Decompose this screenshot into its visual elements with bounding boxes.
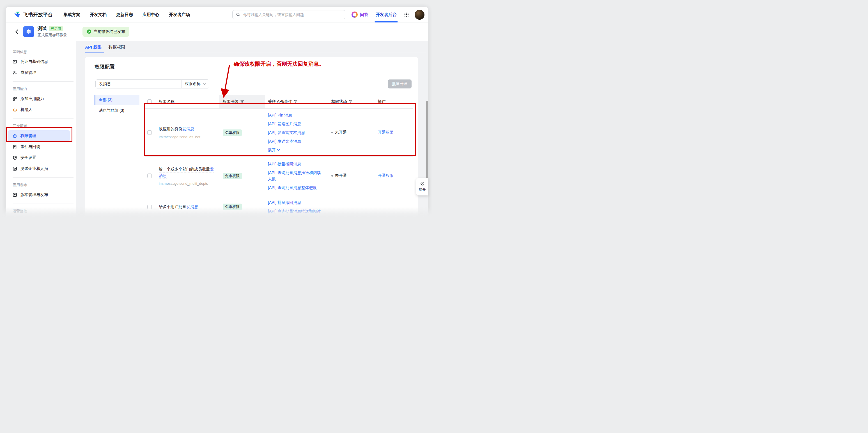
sidebar-item-credentials[interactable]: 凭证与基础信息 <box>8 56 70 67</box>
permission-search-group: 权限名称 <box>95 80 209 88</box>
permission-bag-icon <box>12 134 17 138</box>
page-body: 基础信息 凭证与基础信息 <box>6 41 428 216</box>
filter-funnel-icon[interactable] <box>294 100 298 103</box>
nav-developer-console-active[interactable]: 开发者后台 <box>376 7 397 23</box>
sidebar-divider <box>6 78 76 85</box>
brand-name: 飞书开放平台 <box>23 11 53 18</box>
api-link[interactable]: [API] 发送文本消息 <box>268 138 324 144</box>
permission-config-card: 权限配置 权限名称 批量开通 <box>85 57 418 216</box>
vertical-scrollbar-thumb[interactable] <box>426 101 428 187</box>
permission-code: im:message:send_as_bot <box>159 135 200 139</box>
row-checkbox[interactable] <box>147 130 152 135</box>
tab-api-permissions[interactable]: API 权限 <box>85 45 101 50</box>
filter-funnel-icon[interactable] <box>349 100 352 103</box>
annotation-note: 确保该权限开启，否则无法回复消息。 <box>234 60 324 68</box>
sidebar-divider <box>6 115 76 122</box>
level-badge: 免审权限 <box>223 204 242 210</box>
status-text: 未开通 <box>335 130 347 135</box>
filter-funnel-icon[interactable] <box>241 100 244 103</box>
apps-grid-icon[interactable] <box>404 12 409 17</box>
expand-side-panel-button[interactable]: 展开 <box>416 178 428 196</box>
table-row-send-multi-depts: 给一个或多个部门的成员批量发消息 im:message:send_multi_d… <box>145 157 413 195</box>
nav-item-docs[interactable]: 开发文档 <box>90 12 106 18</box>
feishu-logo-icon <box>13 11 21 18</box>
user-avatar[interactable] <box>415 10 425 20</box>
person-add-icon <box>12 70 17 75</box>
sidebar-item-members[interactable]: 成员管理 <box>8 67 70 78</box>
screenshot-root: 飞书开放平台 集成方案 开发文档 更新日志 应用中心 开发者广场 问答 <box>0 0 434 216</box>
tab-data-permissions[interactable]: 数据权限 <box>108 45 125 50</box>
sidebar-group-release: 应用发布 <box>6 181 76 189</box>
robot-icon <box>12 108 17 112</box>
batch-enable-button[interactable]: 批量开通 <box>388 80 411 88</box>
top-nav: 飞书开放平台 集成方案 开发文档 更新日志 应用中心 开发者广场 问答 <box>6 7 428 23</box>
enable-permission-link[interactable]: 开通权限 <box>378 130 394 135</box>
api-link[interactable]: [API] 发送图片消息 <box>268 121 324 127</box>
publish-status-text: 当前修改均已发布 <box>94 29 125 34</box>
level-badge: 免审权限 <box>223 173 242 179</box>
nav-search[interactable] <box>232 10 345 19</box>
expand-label: 展开 <box>419 187 426 192</box>
api-link[interactable]: [API] 批量撤回消息 <box>268 161 324 167</box>
row-checkbox[interactable] <box>147 205 152 209</box>
back-button[interactable] <box>15 29 19 34</box>
header-related-api[interactable]: 关联 API/事件 <box>265 95 329 108</box>
toolbar: 权限名称 批量开通 <box>95 80 411 88</box>
api-link[interactable]: [API] 查询批量消息推送和阅读人数 <box>268 170 324 182</box>
search-match-highlight: 发消息 <box>186 204 198 209</box>
app-header: 测试 已启用 正式应用@环界云 当前修改均已发布 <box>6 23 428 41</box>
permission-name[interactable]: 给多个用户批量发消息 <box>159 204 198 210</box>
brand-home-link[interactable]: 飞书开放平台 <box>13 11 53 18</box>
status-dot <box>331 175 333 177</box>
sidebar-item-events[interactable]: 事件与回调 <box>8 141 70 152</box>
tab-track <box>85 53 426 53</box>
permission-name[interactable]: 以应用的身份发消息 <box>159 127 194 132</box>
select-all-checkbox[interactable] <box>147 99 152 104</box>
search-input[interactable] <box>243 12 342 17</box>
upload-box-icon <box>12 193 17 197</box>
nav-item-changelog[interactable]: 更新日志 <box>116 12 133 18</box>
bookmark-add-icon <box>12 145 17 149</box>
sidebar-item-bot[interactable]: 机器人 <box>8 104 70 115</box>
row-checkbox[interactable] <box>147 174 152 178</box>
filter-message-group[interactable]: 消息与群组 (3) <box>95 105 140 116</box>
header-permission-level[interactable]: 权限等级 <box>219 95 265 108</box>
sidebar-item-version-release[interactable]: 版本管理与发布 <box>8 189 70 200</box>
api-link[interactable]: [API] Pin 消息 <box>268 112 324 118</box>
chevron-down-icon <box>203 83 206 85</box>
enable-permission-link[interactable]: 开通权限 <box>378 173 394 178</box>
permission-name[interactable]: 给一个或多个部门的成员批量发消息 <box>159 167 214 179</box>
primary-nav: 集成方案 开发文档 更新日志 应用中心 开发者广场 <box>63 12 190 18</box>
nav-item-dev-plaza[interactable]: 开发者广场 <box>169 12 190 18</box>
api-link[interactable]: [API] 查询批量消息推送和阅读 <box>268 208 324 214</box>
browser-window: 飞书开放平台 集成方案 开发文档 更新日志 应用中心 开发者广场 问答 <box>6 7 428 216</box>
table-header-row: 权限名称 权限等级 关联 API/事件 <box>145 95 413 109</box>
sidebar-group-capabilities: 应用能力 <box>6 85 76 93</box>
search-icon <box>236 12 241 17</box>
api-link[interactable]: [API] 查询批量消息整体进度 <box>268 184 324 191</box>
permission-tabs: API 权限 数据权限 <box>85 43 428 51</box>
api-link[interactable]: [API] 发送富文本消息 <box>268 129 324 136</box>
sidebar-item-security[interactable]: 安全设置 <box>8 152 70 163</box>
search-field-selector[interactable]: 权限名称 <box>181 80 209 88</box>
sidebar-item-permissions-active[interactable]: 权限管理 <box>8 130 70 141</box>
sidebar-item-test-enterprise[interactable]: 测试企业和人员 <box>8 163 70 174</box>
api-link[interactable]: [API] 批量撤回消息 <box>268 199 324 206</box>
permission-search-input[interactable] <box>96 80 181 88</box>
expand-api-list-link[interactable]: 展开 <box>268 147 324 153</box>
qa-label: 问答 <box>360 12 368 18</box>
permissions-table: 权限名称 权限等级 关联 API/事件 <box>145 95 413 216</box>
nav-qa-link[interactable]: 问答 <box>351 11 368 18</box>
app-subtitle: 正式应用@环界云 <box>38 33 74 38</box>
active-tab-underline <box>374 21 398 23</box>
filter-all[interactable]: 全部 (3) <box>95 95 140 105</box>
nav-item-app-center[interactable]: 应用中心 <box>143 12 159 18</box>
permission-code: im:message:send_multi_depts <box>159 181 215 186</box>
shield-check-icon <box>12 155 17 160</box>
header-permission-status[interactable]: 权限状态 <box>329 95 374 108</box>
nav-item-integration[interactable]: 集成方案 <box>63 12 80 18</box>
header-permission-name: 权限名称 <box>156 95 219 108</box>
table-row-send-multi-users: 给多个用户批量发消息 免审权限 [API] 批量撤回消息 [API] 查询批量消… <box>145 195 413 216</box>
search-match-highlight: 发消息 <box>182 127 194 131</box>
sidebar-item-add-capability[interactable]: 添加应用能力 <box>8 93 70 104</box>
